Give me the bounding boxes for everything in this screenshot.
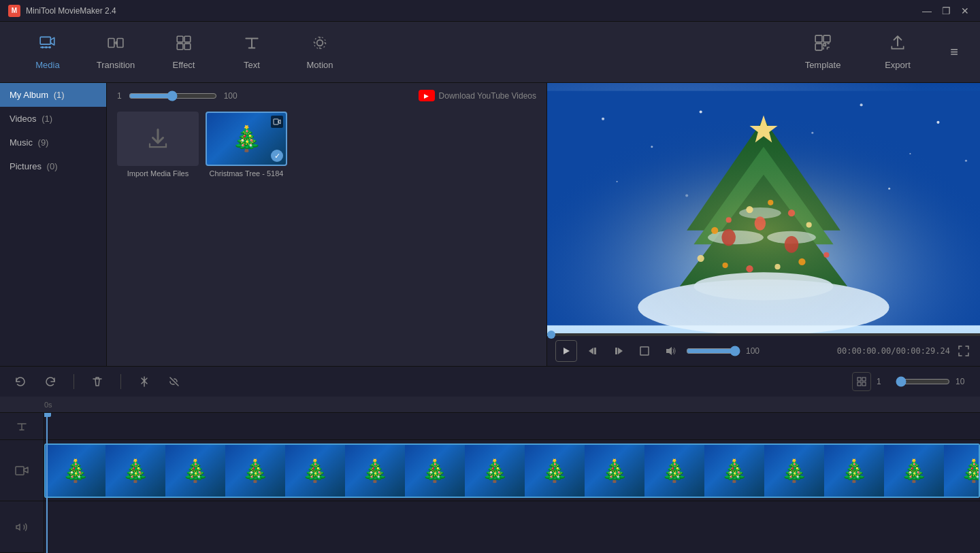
delete-button[interactable] [88, 372, 107, 391]
volume-slider[interactable] [686, 346, 740, 356]
timeline-controls: 1 10 [0, 366, 980, 397]
fullscreen-button[interactable] [956, 343, 972, 359]
rewind-frame-button[interactable] [583, 341, 603, 361]
video-track-area[interactable] [44, 440, 980, 501]
effect-icon [175, 34, 193, 56]
import-media-label: Import Media Files [127, 169, 189, 178]
svg-rect-15 [815, 44, 822, 50]
sidebar-item-music[interactable]: Music (9) [0, 131, 106, 154]
text-track-area[interactable] [44, 413, 980, 440]
sidebar: My Album (1) Videos (1) Music (9) Pictur… [0, 83, 107, 366]
timeline-zoom-slider[interactable] [896, 376, 950, 387]
import-media-item[interactable]: Import Media Files [117, 112, 199, 178]
text-icon [243, 34, 261, 56]
svg-marker-58 [618, 348, 623, 354]
svg-rect-5 [108, 39, 114, 48]
toolbar-media[interactable]: Media [14, 29, 82, 76]
transition-label: Transition [97, 60, 135, 70]
timeline-playhead[interactable] [46, 413, 48, 553]
sidebar-videos-count: (1) [39, 114, 53, 124]
svg-rect-7 [177, 36, 183, 42]
transition-icon [107, 34, 125, 56]
film-frame [824, 445, 884, 497]
svg-marker-55 [564, 348, 570, 354]
svg-rect-13 [815, 35, 822, 42]
film-frame [46, 445, 105, 497]
toolbar-text[interactable]: Text [218, 29, 286, 76]
audio-track-area[interactable] [44, 501, 980, 553]
progress-handle[interactable] [547, 331, 555, 339]
sidebar-item-pictures[interactable]: Pictures (0) [0, 154, 106, 178]
template-label: Template [805, 60, 841, 70]
app-logo: M [8, 5, 20, 17]
detach-audio-button[interactable] [165, 372, 184, 391]
sidebar-my-album-count: (1) [51, 90, 65, 100]
export-icon [889, 34, 906, 56]
volume-value-label: 100 [746, 346, 760, 356]
window-controls: — ❐ ✕ [920, 4, 972, 18]
fullsize-button[interactable] [634, 341, 655, 361]
svg-rect-64 [858, 382, 861, 386]
sidebar-music-label: Music [10, 137, 33, 148]
film-frame [165, 445, 225, 497]
minimize-button[interactable]: — [920, 4, 934, 18]
svg-rect-14 [823, 35, 830, 42]
zoom-fit-button[interactable] [852, 372, 871, 391]
media-toolbar: 1 100 Download YouTube Videos [114, 90, 540, 101]
christmas-tree-media-item[interactable]: ✓ Christmas Tree - 5184 [206, 112, 287, 178]
timeline-content[interactable] [44, 413, 980, 553]
timeline-track-labels [0, 413, 44, 553]
zoom-slider[interactable] [129, 90, 217, 101]
motion-icon [311, 34, 329, 56]
close-button[interactable]: ✕ [958, 4, 972, 18]
import-thumb[interactable] [117, 112, 199, 166]
play-button[interactable] [555, 340, 577, 362]
video-filmstrip[interactable] [44, 443, 980, 498]
media-icon [39, 34, 56, 56]
time-marker-0: 0s [44, 401, 52, 409]
volume-icon [660, 341, 681, 361]
template-icon [814, 34, 832, 56]
text-track-label [0, 413, 44, 440]
redo-button[interactable] [41, 372, 60, 391]
media-grid: Import Media Files ✓ Christmas Tree - 51… [114, 108, 540, 181]
svg-rect-16 [274, 119, 278, 124]
sidebar-item-videos[interactable]: Videos (1) [0, 107, 106, 131]
sidebar-item-my-album[interactable]: My Album (1) [0, 83, 106, 107]
toolbar-motion[interactable]: Motion [286, 29, 354, 76]
christmas-tree-label: Christmas Tree - 5184 [210, 169, 284, 178]
toolbar-template[interactable]: Template [792, 29, 853, 76]
selected-check: ✓ [271, 150, 283, 162]
audio-track-label [0, 501, 44, 553]
svg-rect-0 [40, 37, 50, 44]
preview-progress-bar[interactable] [547, 333, 980, 336]
separator-1 [74, 374, 74, 389]
film-frame [585, 445, 644, 497]
toolbar: Media Transition Effect [0, 22, 980, 83]
forward-frame-button[interactable] [608, 341, 629, 361]
menu-button[interactable]: ≡ [942, 40, 966, 65]
timeline: 0s [0, 397, 980, 553]
christmas-tree-thumb[interactable]: ✓ [206, 112, 287, 166]
timeline-body [0, 413, 980, 553]
video-track-label [0, 440, 44, 501]
sidebar-my-album-label: My Album [10, 90, 48, 100]
yt-download-button[interactable]: Download YouTube Videos [419, 90, 536, 101]
maximize-button[interactable]: ❐ [939, 4, 953, 18]
svg-point-11 [317, 40, 323, 46]
sidebar-videos-label: Videos [10, 114, 37, 124]
film-frame [764, 445, 824, 497]
effect-label: Effect [172, 60, 195, 70]
film-frame [345, 445, 405, 497]
zoom-min-label: 1 [117, 91, 122, 101]
sidebar-pictures-count: (0) [44, 161, 58, 171]
toolbar-transition[interactable]: Transition [82, 29, 150, 76]
svg-point-3 [45, 46, 47, 48]
toolbar-effect[interactable]: Effect [150, 29, 218, 76]
toolbar-export[interactable]: Export [867, 29, 928, 76]
split-button[interactable] [135, 372, 154, 391]
svg-rect-57 [594, 348, 596, 354]
undo-button[interactable] [11, 372, 30, 391]
svg-point-4 [49, 46, 51, 48]
film-frame [105, 445, 165, 497]
